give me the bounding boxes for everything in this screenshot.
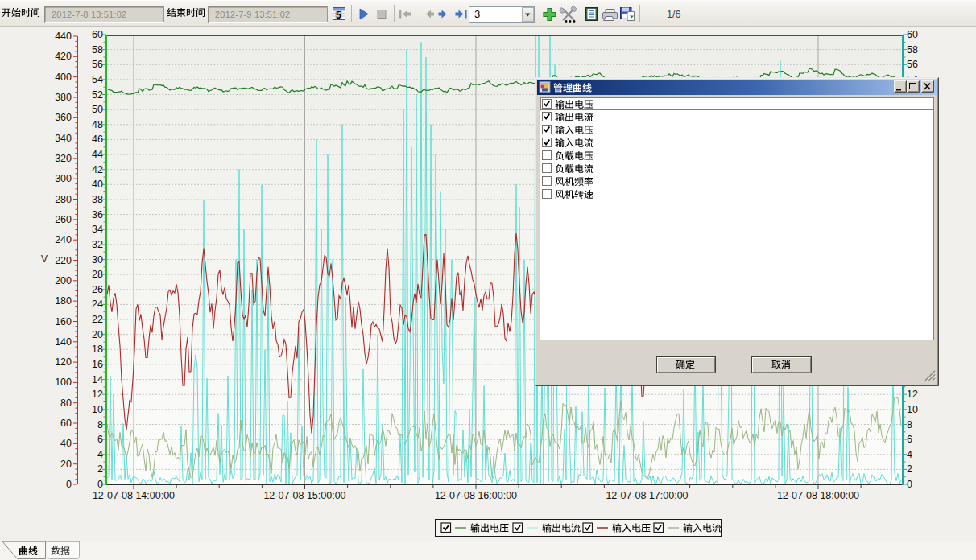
svg-text:34: 34 <box>92 224 103 235</box>
svg-text:260: 260 <box>55 214 72 225</box>
svg-text:58: 58 <box>907 44 918 56</box>
svg-text:160: 160 <box>55 316 72 327</box>
svg-text:0: 0 <box>907 479 912 490</box>
svg-text:180: 180 <box>55 295 72 307</box>
svg-text:58: 58 <box>92 44 103 56</box>
svg-text:26: 26 <box>92 284 103 295</box>
svg-text:12: 12 <box>92 389 103 400</box>
svg-text:320: 320 <box>55 153 72 164</box>
svg-text:12-07-08 17:00:00: 12-07-08 17:00:00 <box>606 490 688 501</box>
svg-text:42: 42 <box>92 164 103 175</box>
svg-text:440: 440 <box>55 31 72 42</box>
svg-text:36: 36 <box>92 209 103 220</box>
svg-text:5: 5 <box>336 10 341 21</box>
svg-text:50: 50 <box>92 104 103 115</box>
svg-text:22: 22 <box>92 314 103 325</box>
svg-text:2012-7-9 13:51:02: 2012-7-9 13:51:02 <box>215 10 290 19</box>
svg-text:56: 56 <box>92 59 103 70</box>
svg-text:220: 220 <box>55 255 72 266</box>
svg-text:340: 340 <box>55 133 72 144</box>
svg-text:420: 420 <box>55 51 72 62</box>
svg-text:V: V <box>41 253 48 265</box>
svg-text:3: 3 <box>474 8 480 20</box>
svg-text:240: 240 <box>55 234 72 245</box>
svg-text:1/6: 1/6 <box>667 9 680 20</box>
svg-text:6: 6 <box>907 434 912 445</box>
svg-text:28: 28 <box>92 269 103 280</box>
svg-text:20: 20 <box>92 329 103 340</box>
svg-text:14: 14 <box>92 374 103 385</box>
svg-text:300: 300 <box>55 173 72 184</box>
svg-text:4: 4 <box>907 449 912 460</box>
svg-text:44: 44 <box>92 149 103 160</box>
svg-text:38: 38 <box>92 194 103 205</box>
svg-text:360: 360 <box>55 112 72 123</box>
svg-text:2012-7-8 13:51:02: 2012-7-8 13:51:02 <box>52 10 126 19</box>
svg-text:12-07-08 14:00:00: 12-07-08 14:00:00 <box>93 490 175 501</box>
svg-text:12-07-08 16:00:00: 12-07-08 16:00:00 <box>435 490 517 501</box>
svg-text:40: 40 <box>92 179 103 190</box>
svg-text:200: 200 <box>55 275 72 286</box>
svg-text:8: 8 <box>907 419 912 430</box>
svg-text:400: 400 <box>55 72 72 83</box>
svg-text:10: 10 <box>907 404 918 415</box>
svg-text:10: 10 <box>92 404 103 415</box>
svg-text:6: 6 <box>97 434 103 445</box>
svg-text:2: 2 <box>907 463 912 475</box>
svg-text:8: 8 <box>97 419 103 430</box>
svg-text:60: 60 <box>907 29 918 40</box>
svg-text:12-07-08 15:00:00: 12-07-08 15:00:00 <box>263 490 345 501</box>
svg-text:30: 30 <box>92 254 103 266</box>
svg-text:18: 18 <box>92 344 103 355</box>
svg-text:48: 48 <box>92 119 103 130</box>
svg-text:24: 24 <box>92 299 103 310</box>
svg-text:60: 60 <box>92 29 103 40</box>
svg-text:56: 56 <box>907 59 918 70</box>
svg-text:0: 0 <box>97 479 103 490</box>
svg-text:12: 12 <box>907 389 918 400</box>
svg-text:120: 120 <box>55 356 72 368</box>
svg-text:4: 4 <box>97 449 103 460</box>
svg-text:80: 80 <box>60 397 72 409</box>
svg-text:100: 100 <box>55 377 72 388</box>
svg-text:40: 40 <box>60 438 72 449</box>
svg-text:2: 2 <box>97 463 103 475</box>
svg-text:46: 46 <box>92 134 103 145</box>
svg-text:52: 52 <box>92 89 103 101</box>
svg-text:0: 0 <box>66 479 72 490</box>
svg-text:16: 16 <box>92 359 103 370</box>
svg-text:20: 20 <box>60 459 72 470</box>
svg-text:380: 380 <box>55 92 72 103</box>
svg-text:60: 60 <box>60 418 72 429</box>
svg-text:280: 280 <box>55 194 72 205</box>
svg-text:12-07-08 18:00:00: 12-07-08 18:00:00 <box>777 490 859 501</box>
svg-text:32: 32 <box>92 239 103 250</box>
svg-text:140: 140 <box>55 336 72 348</box>
svg-text:54: 54 <box>92 74 103 85</box>
